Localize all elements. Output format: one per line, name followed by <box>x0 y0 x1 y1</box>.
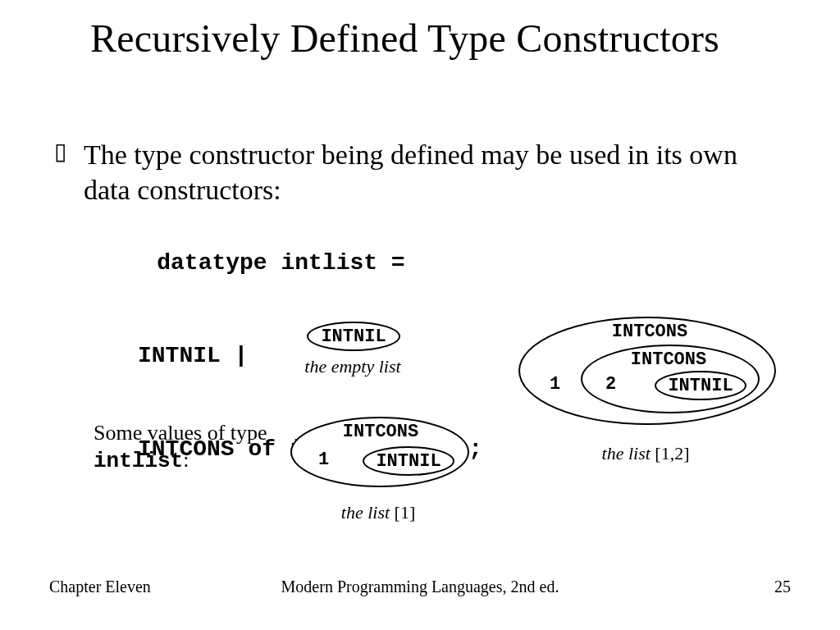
cons12-mid-label: INTCONS <box>581 349 756 370</box>
cons1-caption-prefix: the list <box>341 502 395 523</box>
cons1-value-1: 1 <box>318 450 329 470</box>
cons12-inner-label: INTNIL <box>668 376 733 396</box>
cons12-caption: the list [1,2] <box>518 443 773 464</box>
cons1-caption-value: [1] <box>395 502 416 523</box>
side-note-suffix: : <box>183 448 189 472</box>
cons12-caption-prefix: the list <box>602 443 655 463</box>
side-note-prefix: Some values of type <box>94 421 267 445</box>
intnil-oval: INTNIL <box>307 322 400 351</box>
cons1-caption: the list [1] <box>290 502 466 523</box>
slide-title: Recursively Defined Type Constructors <box>90 15 719 62</box>
intnil-caption: the empty list <box>279 356 427 377</box>
cons12-value-1: 1 <box>550 374 560 395</box>
cons12-caption-value: [1,2] <box>655 443 689 463</box>
side-note: Some values of type intlist: <box>94 420 274 474</box>
side-note-typename: intlist <box>94 449 183 473</box>
code-line-1: datatype intlist = <box>157 250 404 276</box>
footer: Chapter Eleven Modern Programming Langua… <box>0 578 840 602</box>
cons12-inner-oval: INTNIL <box>655 371 746 400</box>
bullet-icon: ▯ <box>54 138 84 166</box>
cons12-value-2: 2 <box>605 374 616 395</box>
cons1-outer-label: INTCONS <box>290 422 471 442</box>
footer-right: 25 <box>774 578 791 596</box>
slide: Recursively Defined Type Constructors ▯ … <box>0 0 840 630</box>
bullet-item: ▯ The type constructor being defined may… <box>54 138 756 208</box>
cons1-inner-label: INTNIL <box>376 451 441 472</box>
intnil-label: INTNIL <box>321 326 386 347</box>
footer-center: Modern Programming Languages, 2nd ed. <box>0 578 840 596</box>
cons1-inner-oval: INTNIL <box>363 446 454 476</box>
bullet-text: The type constructor being defined may b… <box>84 138 756 208</box>
cons12-outer-label: INTCONS <box>518 322 781 342</box>
